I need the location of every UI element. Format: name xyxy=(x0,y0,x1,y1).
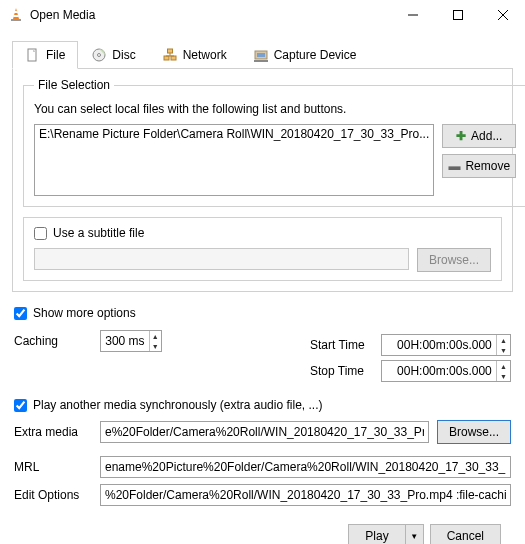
remove-button[interactable]: ▬ Remove xyxy=(442,154,516,178)
close-button[interactable] xyxy=(480,0,525,30)
file-list[interactable]: E:\Rename Picture Folder\Camera Roll\WIN… xyxy=(34,124,434,196)
minus-icon: ▬ xyxy=(448,159,460,173)
svg-marker-0 xyxy=(13,8,19,19)
svg-point-11 xyxy=(98,54,101,57)
caching-input[interactable] xyxy=(101,334,149,348)
file-selection-hint: You can select local files with the foll… xyxy=(34,102,516,116)
play-dropdown-button[interactable]: ▼ xyxy=(406,524,424,544)
sync-checkbox[interactable] xyxy=(14,399,27,412)
plus-icon: ✚ xyxy=(456,129,466,143)
tab-disc[interactable]: Disc xyxy=(78,41,148,68)
subtitle-checkbox[interactable] xyxy=(34,227,47,240)
show-more-checkbox[interactable] xyxy=(14,307,27,320)
play-split-button[interactable]: Play ▼ xyxy=(348,524,423,544)
subtitle-group: Use a subtitle file Browse... xyxy=(23,217,502,281)
svg-rect-12 xyxy=(164,56,169,60)
app-icon xyxy=(8,7,24,23)
dialog-footer: Play ▼ Cancel xyxy=(12,512,513,544)
tab-file-label: File xyxy=(46,48,65,62)
mrl-label: MRL xyxy=(14,460,92,474)
mrl-input[interactable] xyxy=(100,456,511,478)
network-icon xyxy=(162,47,178,63)
spin-down-icon[interactable]: ▼ xyxy=(150,341,161,351)
file-selection-group: File Selection You can select local file… xyxy=(23,78,525,207)
extra-media-label: Extra media xyxy=(14,425,92,439)
file-icon xyxy=(25,47,41,63)
svg-rect-13 xyxy=(171,56,176,60)
svg-rect-19 xyxy=(257,53,265,57)
play-button-label: Play xyxy=(365,529,388,543)
file-selection-legend: File Selection xyxy=(34,78,114,92)
disc-icon xyxy=(91,47,107,63)
subtitle-path-input xyxy=(34,248,409,270)
subtitle-browse-label: Browse... xyxy=(429,253,479,267)
show-more-checkbox-row[interactable]: Show more options xyxy=(14,306,511,320)
spin-up-icon[interactable]: ▲ xyxy=(497,361,510,371)
spin-down-icon[interactable]: ▼ xyxy=(497,371,510,381)
edit-options-input[interactable] xyxy=(100,484,511,506)
tab-network[interactable]: Network xyxy=(149,41,240,68)
tab-network-label: Network xyxy=(183,48,227,62)
tabs: File Disc Network Capture Device xyxy=(12,41,513,69)
window-title: Open Media xyxy=(30,8,390,22)
tab-capture[interactable]: Capture Device xyxy=(240,41,370,68)
remove-button-label: Remove xyxy=(465,159,510,173)
tab-panel: File Selection You can select local file… xyxy=(12,68,513,292)
spin-up-icon[interactable]: ▲ xyxy=(150,331,161,341)
sync-checkbox-row[interactable]: Play another media synchronously (extra … xyxy=(14,398,511,412)
show-more-label: Show more options xyxy=(33,306,136,320)
svg-rect-1 xyxy=(11,19,21,21)
tab-file[interactable]: File xyxy=(12,41,78,69)
start-time-input[interactable] xyxy=(382,338,496,352)
spin-down-icon[interactable]: ▼ xyxy=(497,345,510,355)
add-button[interactable]: ✚ Add... xyxy=(442,124,516,148)
subtitle-browse-button: Browse... xyxy=(417,248,491,272)
svg-rect-3 xyxy=(13,15,18,17)
stop-time-spinner[interactable]: ▲▼ xyxy=(381,360,511,382)
add-button-label: Add... xyxy=(471,129,502,143)
stop-time-input[interactable] xyxy=(382,364,496,378)
svg-rect-2 xyxy=(14,11,18,13)
cancel-button[interactable]: Cancel xyxy=(430,524,501,544)
start-time-label: Start Time xyxy=(310,338,375,352)
caching-label: Caching xyxy=(14,334,92,348)
tab-capture-label: Capture Device xyxy=(274,48,357,62)
spin-up-icon[interactable]: ▲ xyxy=(497,335,510,345)
chevron-down-icon: ▼ xyxy=(410,532,418,541)
play-button[interactable]: Play xyxy=(348,524,405,544)
tab-disc-label: Disc xyxy=(112,48,135,62)
extra-media-browse-label: Browse... xyxy=(449,425,499,439)
caching-spinner[interactable]: ▲▼ xyxy=(100,330,162,352)
extra-media-input[interactable] xyxy=(100,421,429,443)
cancel-button-label: Cancel xyxy=(447,529,484,543)
sync-checkbox-label: Play another media synchronously (extra … xyxy=(33,398,322,412)
minimize-button[interactable] xyxy=(390,0,435,30)
subtitle-checkbox-label: Use a subtitle file xyxy=(53,226,144,240)
svg-rect-5 xyxy=(453,11,462,20)
extra-media-browse-button[interactable]: Browse... xyxy=(437,420,511,444)
start-time-spinner[interactable]: ▲▼ xyxy=(381,334,511,356)
file-list-item[interactable]: E:\Rename Picture Folder\Camera Roll\WIN… xyxy=(39,127,429,141)
svg-rect-18 xyxy=(254,60,268,62)
edit-options-label: Edit Options xyxy=(14,488,92,502)
maximize-button[interactable] xyxy=(435,0,480,30)
stop-time-label: Stop Time xyxy=(310,364,375,378)
capture-icon xyxy=(253,47,269,63)
svg-rect-14 xyxy=(167,49,172,53)
titlebar: Open Media xyxy=(0,0,525,30)
subtitle-checkbox-row[interactable]: Use a subtitle file xyxy=(34,226,491,240)
